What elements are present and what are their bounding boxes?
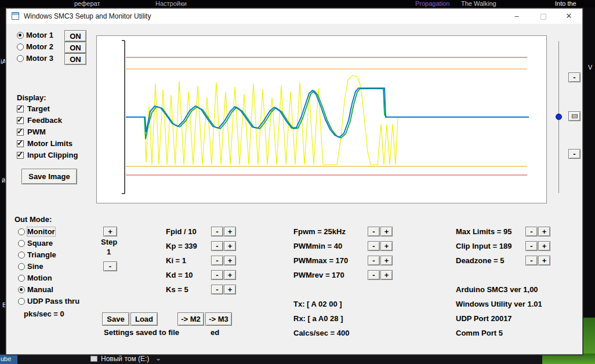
rx-readout: Rx: [ a A0 28 ] <box>293 314 343 323</box>
out-mode-heading: Out Mode: <box>14 215 52 224</box>
ki-value: Ki = 1 <box>166 256 186 265</box>
ki-minus-button[interactable]: - <box>211 256 223 265</box>
out-mode-monitor-radio[interactable] <box>18 228 25 235</box>
minimize-button[interactable]: – <box>507 10 527 23</box>
out-mode-manual-label: Manual <box>27 285 53 294</box>
input-clipping-checkbox[interactable] <box>17 152 24 159</box>
app-window: Windows SMC3 Setup and Monitor Utility –… <box>6 8 583 355</box>
step-value: 1 <box>107 247 111 256</box>
ks-value: Ks = 5 <box>166 285 188 294</box>
fpid-value: Fpid / 10 <box>166 227 197 236</box>
motor-limits-checkbox-label: Motor Limits <box>27 139 72 148</box>
out-mode-triangle-radio[interactable] <box>18 252 25 259</box>
pwmmax-plus-button[interactable]: + <box>380 256 393 265</box>
browser-tab-text: Into the <box>555 0 576 7</box>
motor2-on-button[interactable]: ON <box>64 42 86 53</box>
background-top-strip: реферат Настройки Propagation The Walkin… <box>0 0 595 8</box>
tx-readout: Tx: [ A 02 00 ] <box>293 300 342 308</box>
target-checkbox-label: Target <box>27 104 50 113</box>
save-button[interactable]: Save <box>102 312 129 326</box>
kp-value: Kp = 339 <box>166 242 197 250</box>
kd-minus-button[interactable]: - <box>211 270 223 280</box>
title-bar[interactable]: Windows SMC3 Setup and Monitor Utility –… <box>6 9 582 24</box>
ks-minus-button[interactable]: - <box>211 285 223 294</box>
deadzone-plus-button[interactable]: + <box>538 256 550 265</box>
deadzone-minus-button[interactable]: - <box>525 256 538 265</box>
out-mode-udp-radio[interactable] <box>18 298 25 305</box>
scale-center-button[interactable] <box>568 111 581 121</box>
utility-version-text: Windows Utility ver 1.01 <box>456 300 542 308</box>
pwmmax-minus-button[interactable]: - <box>368 256 380 265</box>
step-label: Step <box>101 238 117 246</box>
scope-chart <box>96 35 547 203</box>
clip-input-plus-button[interactable]: + <box>538 241 550 251</box>
chevron-down-icon[interactable]: ⌄ <box>155 354 161 362</box>
wallpaper-green <box>542 354 595 364</box>
out-mode-monitor-label: Monitor <box>27 227 55 236</box>
motor1-label: Motor 1 <box>26 31 53 39</box>
motor1-on-button[interactable]: ON <box>64 30 86 42</box>
window-title: Windows SMC3 Setup and Monitor Utility <box>24 12 151 20</box>
max-limits-plus-button[interactable]: + <box>538 227 550 236</box>
step-minus-button[interactable]: - <box>103 261 117 271</box>
load-button[interactable]: Load <box>130 312 158 326</box>
kp-plus-button[interactable]: + <box>224 241 236 251</box>
close-button[interactable]: ✕ <box>559 10 579 23</box>
scale-up-button[interactable]: - <box>568 72 581 82</box>
taskbar-drive-item[interactable]: Новый том (E:) <box>101 355 149 363</box>
out-mode-udp-label: UDP Pass thru <box>27 297 79 305</box>
taskbar[interactable]: Новый том (E:) ⌄ <box>0 354 542 364</box>
status-text: Settings saved to file <box>104 328 179 337</box>
maximize-button[interactable]: ▢ <box>534 10 553 23</box>
pwm-checkbox[interactable] <box>17 129 24 136</box>
comm-port-text: Comm Port 5 <box>456 329 503 337</box>
pwmmax-value: PWMmax = 170 <box>293 256 348 265</box>
motor1-radio[interactable] <box>17 32 24 39</box>
pwmmin-minus-button[interactable]: - <box>368 241 380 251</box>
browser-tab-text: The Walking <box>461 0 496 7</box>
kd-value: Kd = 10 <box>166 271 193 279</box>
pwmrev-plus-button[interactable]: + <box>380 270 393 280</box>
scale-slider-handle[interactable] <box>556 114 562 120</box>
kd-plus-button[interactable]: + <box>224 270 236 280</box>
input-clipping-checkbox-label: Input Clipping <box>27 151 78 159</box>
fpwm-plus-button[interactable]: + <box>380 227 393 236</box>
copy-to-m3-button[interactable]: -> M3 <box>205 312 232 326</box>
fpid-plus-button[interactable]: + <box>224 227 236 236</box>
motor-limits-checkbox[interactable] <box>17 140 24 147</box>
ks-plus-button[interactable]: + <box>224 285 236 294</box>
motor3-radio[interactable] <box>17 55 24 62</box>
step-plus-button[interactable]: + <box>103 227 117 236</box>
out-mode-motion-radio[interactable] <box>18 275 25 282</box>
pwmrev-value: PWMrev = 170 <box>293 271 344 279</box>
clip-input-minus-button[interactable]: - <box>525 241 538 251</box>
save-image-button[interactable]: Save Image <box>21 169 77 184</box>
fpwm-minus-button[interactable]: - <box>368 227 380 236</box>
scale-down-button[interactable]: - <box>568 149 581 159</box>
udp-port-text: UDP Port 20017 <box>456 314 512 323</box>
out-mode-square-radio[interactable] <box>18 240 25 247</box>
calcs-per-sec-readout: Calcs/sec = 400 <box>293 329 350 337</box>
feedback-checkbox[interactable] <box>17 117 24 124</box>
target-checkbox[interactable] <box>17 105 24 112</box>
max-limits-minus-button[interactable]: - <box>525 227 538 236</box>
out-mode-sine-radio[interactable] <box>18 263 25 270</box>
arduino-version-text: Arduino SMC3 ver 1,00 <box>456 285 538 294</box>
pwmrev-minus-button[interactable]: - <box>368 270 380 280</box>
ki-plus-button[interactable]: + <box>224 256 236 265</box>
pwmmin-plus-button[interactable]: + <box>380 241 393 251</box>
pwmmin-value: PWMmin = 40 <box>293 242 342 250</box>
grip-icon <box>572 114 578 118</box>
out-mode-square-label: Square <box>27 239 53 247</box>
desktop-icon-text: й <box>2 177 5 184</box>
fpid-minus-button[interactable]: - <box>211 227 223 236</box>
out-mode-manual-radio[interactable] <box>18 286 25 293</box>
copy-to-m2-button[interactable]: -> M2 <box>177 312 204 326</box>
motor2-radio[interactable] <box>17 43 24 50</box>
browser-tab-text: Propagation <box>415 0 449 7</box>
motor3-on-button[interactable]: ON <box>64 53 86 65</box>
taskbar-thumbnail[interactable]: ube <box>0 355 17 364</box>
kp-minus-button[interactable]: - <box>211 241 223 251</box>
desktop-icon-text: V <box>588 64 592 71</box>
deadzone-value: Deadzone = 5 <box>456 256 504 265</box>
